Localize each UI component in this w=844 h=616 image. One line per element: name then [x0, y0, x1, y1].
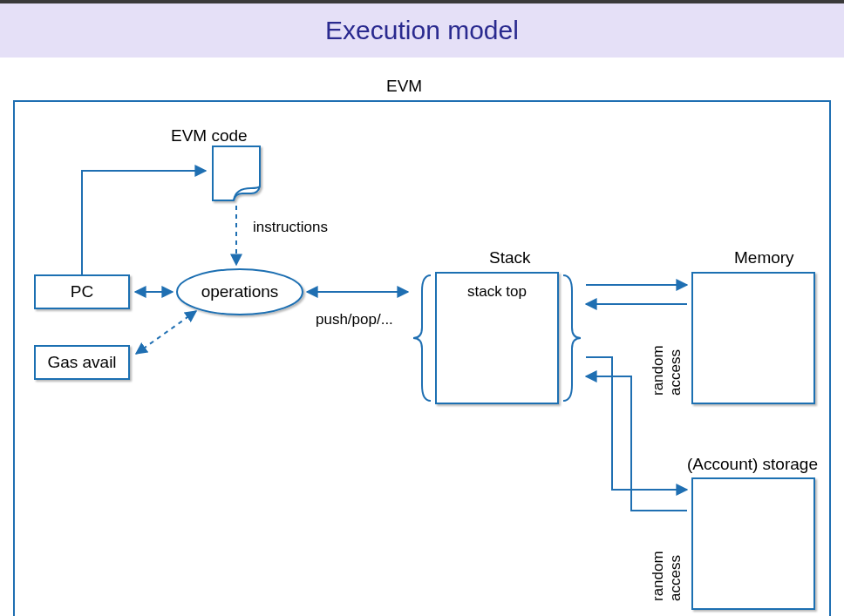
stack-right-brace — [563, 275, 581, 401]
title-band: Execution model — [0, 3, 844, 58]
stack-left-brace — [413, 275, 431, 401]
slide-title: Execution model — [325, 16, 519, 45]
ops-to-gas-arrow — [136, 311, 196, 354]
storage-node — [692, 478, 814, 609]
stack-node: stack top — [436, 273, 558, 403]
gas-node: Gas avail — [35, 346, 129, 379]
gas-text: Gas avail — [47, 353, 116, 371]
operations-text: operations — [201, 282, 279, 301]
diagram-svg: PC Gas avail operations stack top — [0, 58, 844, 616]
svg-rect-4 — [692, 273, 814, 403]
svg-rect-5 — [692, 478, 814, 609]
evm-code-node — [213, 146, 260, 200]
pc-to-code-arrow — [82, 171, 206, 275]
pc-node: PC — [35, 275, 129, 308]
pc-text: PC — [71, 282, 93, 301]
stack-top-text: stack top — [467, 283, 527, 300]
diagram-canvas: EVM EVM code Stack Memory (Account) stor… — [0, 58, 844, 616]
operations-node: operations — [177, 269, 303, 315]
memory-node — [692, 273, 814, 403]
